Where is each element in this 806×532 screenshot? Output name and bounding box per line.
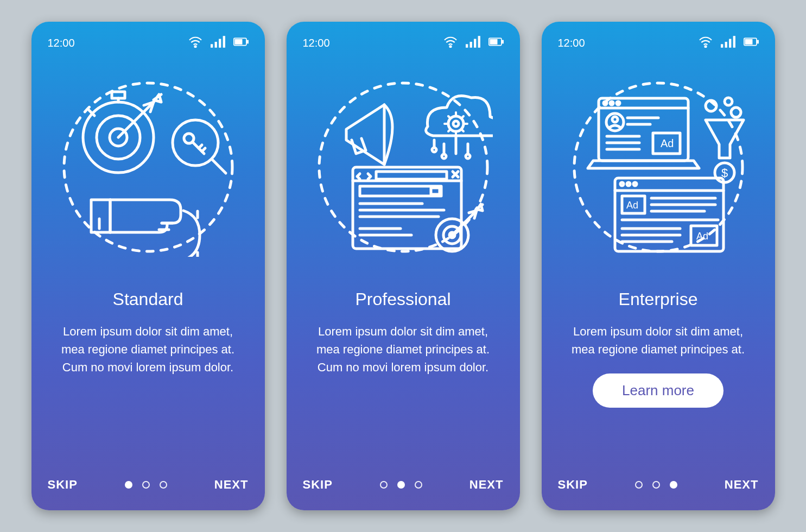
page-dot[interactable] — [652, 481, 660, 489]
onboarding-footer: SKIP NEXT — [558, 478, 759, 492]
svg-rect-28 — [469, 42, 472, 48]
svg-point-81 — [612, 117, 618, 122]
page-dot[interactable] — [380, 481, 388, 489]
svg-point-49 — [466, 154, 470, 159]
battery-icon — [233, 36, 249, 50]
svg-rect-27 — [466, 44, 468, 47]
skip-button[interactable]: SKIP — [558, 478, 588, 492]
svg-point-98 — [633, 182, 637, 186]
wifi-icon — [698, 36, 713, 50]
status-icons — [188, 36, 249, 50]
skip-button[interactable]: SKIP — [303, 478, 333, 492]
next-button[interactable]: NEXT — [469, 478, 504, 492]
svg-rect-56 — [431, 188, 440, 194]
page-dot[interactable] — [125, 481, 132, 489]
svg-rect-55 — [360, 186, 441, 196]
svg-line-17 — [212, 159, 226, 173]
svg-point-0 — [194, 46, 196, 47]
svg-point-78 — [610, 102, 613, 105]
illustration-professional — [314, 78, 493, 257]
wifi-icon — [443, 36, 458, 50]
screen-title: Standard — [48, 289, 249, 309]
svg-rect-70 — [733, 36, 735, 48]
screen-title: Enterprise — [558, 289, 759, 309]
svg-point-79 — [617, 102, 620, 105]
status-bar: 12:00 — [558, 36, 759, 50]
onboarding-screen-enterprise: 12:00 Ad — [542, 22, 775, 510]
svg-line-65 — [452, 211, 477, 235]
svg-rect-3 — [219, 39, 221, 48]
screen-body: Lorem ipsum dolor sit dim amet, mea regi… — [48, 322, 249, 376]
signal-icon — [466, 36, 481, 50]
svg-rect-73 — [745, 40, 752, 44]
skip-button[interactable]: SKIP — [48, 478, 78, 492]
learn-more-button[interactable]: Learn more — [593, 373, 724, 408]
status-icons — [698, 36, 759, 50]
battery-icon — [744, 36, 759, 50]
svg-text:Ad: Ad — [626, 200, 638, 211]
illustration-enterprise: Ad $ Ad Ad — [569, 78, 748, 257]
page-dot[interactable] — [142, 481, 150, 489]
svg-line-20 — [199, 145, 202, 148]
onboarding-footer: SKIP NEXT — [48, 478, 249, 492]
status-time: 12:00 — [558, 37, 585, 49]
svg-point-26 — [449, 46, 451, 47]
svg-rect-68 — [725, 42, 727, 48]
next-button[interactable]: NEXT — [214, 478, 249, 492]
screen-body: Lorem ipsum dolor sit dim amet, mea regi… — [558, 322, 759, 358]
svg-rect-72 — [757, 41, 758, 43]
svg-point-90 — [725, 98, 732, 105]
svg-line-42 — [461, 129, 464, 131]
screen-body: Lorem ipsum dolor sit dim amet, mea regi… — [303, 322, 504, 376]
svg-point-77 — [604, 102, 607, 105]
status-time: 12:00 — [303, 37, 330, 49]
svg-line-44 — [461, 116, 464, 118]
page-indicator — [635, 481, 677, 489]
onboarding-footer: SKIP NEXT — [303, 478, 504, 492]
status-bar: 12:00 — [303, 36, 504, 50]
svg-rect-7 — [235, 40, 242, 44]
status-bar: 12:00 — [48, 36, 249, 50]
page-indicator — [380, 481, 422, 489]
svg-point-97 — [627, 182, 630, 186]
status-time: 12:00 — [48, 37, 75, 49]
wifi-icon — [188, 36, 203, 50]
svg-rect-69 — [729, 39, 731, 48]
svg-rect-1 — [211, 44, 213, 47]
svg-rect-67 — [721, 44, 723, 47]
svg-rect-29 — [474, 39, 476, 48]
svg-point-51 — [432, 148, 436, 152]
svg-rect-32 — [502, 41, 503, 43]
next-button[interactable]: NEXT — [725, 478, 759, 492]
page-dot[interactable] — [415, 481, 422, 489]
page-dot[interactable] — [160, 481, 167, 489]
svg-line-43 — [448, 129, 450, 131]
page-dot[interactable] — [397, 481, 405, 489]
svg-rect-33 — [490, 40, 497, 44]
onboarding-screen-professional: 12:00 — [287, 22, 520, 510]
onboarding-screen-standard: 12:00 — [31, 22, 265, 510]
svg-point-47 — [442, 154, 446, 159]
screen-title: Professional — [303, 289, 504, 309]
svg-text:Ad: Ad — [661, 137, 674, 149]
signal-icon — [721, 36, 736, 50]
illustration-standard — [59, 78, 238, 257]
svg-rect-6 — [246, 41, 247, 43]
status-icons — [443, 36, 504, 50]
page-dot[interactable] — [635, 481, 643, 489]
svg-rect-54 — [376, 172, 447, 179]
page-indicator — [125, 481, 167, 489]
svg-rect-30 — [478, 36, 480, 48]
svg-point-36 — [453, 121, 459, 126]
signal-icon — [211, 36, 226, 50]
svg-point-91 — [731, 107, 741, 117]
svg-point-66 — [705, 46, 706, 47]
svg-line-41 — [448, 116, 450, 118]
battery-icon — [488, 36, 504, 50]
svg-point-96 — [620, 182, 624, 186]
svg-rect-4 — [223, 36, 225, 48]
svg-rect-2 — [214, 42, 217, 48]
svg-text:Ad: Ad — [696, 231, 708, 242]
page-dot[interactable] — [670, 481, 677, 489]
svg-line-21 — [202, 148, 205, 151]
